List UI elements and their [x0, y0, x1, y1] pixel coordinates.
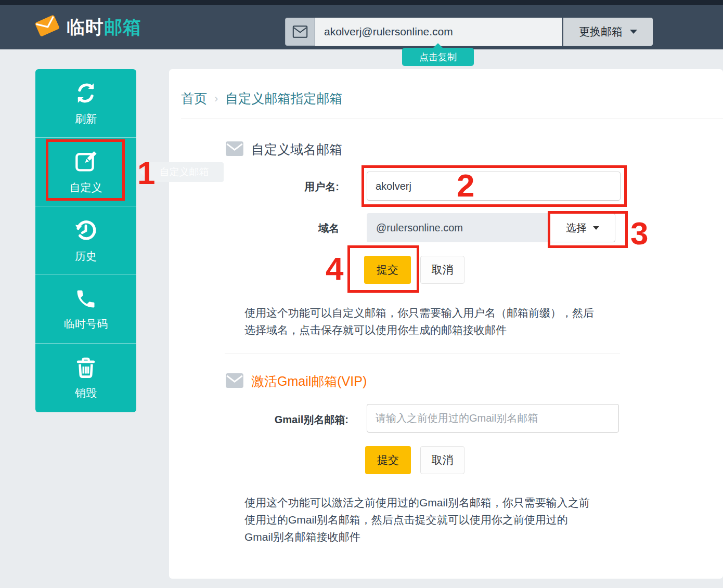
sidebar-item-temp-number[interactable]: 临时号码	[35, 275, 136, 344]
custom-domain-section-header: 自定义域名邮箱	[225, 141, 342, 158]
content-card: 首页 › 自定义邮箱指定邮箱 自定义域名邮箱 用户名: 域名 @rulerson…	[169, 69, 723, 579]
app-header: 临时邮箱 更换邮箱	[0, 5, 723, 49]
sidebar-hover-tooltip: 自定义邮箱	[145, 162, 224, 182]
custom-section-description: 使用这个功能可以自定义邮箱，你只需要输入用户名（邮箱前缀），然后选择域名，点击保…	[244, 304, 598, 338]
gmail-section-description: 使用这个功能可以激活之前使用过的Gmail别名邮箱，你只需要输入之前使用过的Gm…	[244, 494, 594, 545]
domain-value-field: @rulersonline.com	[367, 213, 550, 242]
custom-cancel-button[interactable]: 取消	[420, 256, 464, 284]
sidebar-item-label: 刷新	[75, 112, 97, 126]
sidebar-item-destroy[interactable]: 销毁	[35, 344, 136, 412]
gmail-alias-input[interactable]	[367, 404, 619, 433]
copy-tooltip[interactable]: 点击复制	[402, 48, 474, 66]
section-divider	[225, 354, 620, 354]
sidebar-item-history[interactable]: 历史	[35, 206, 136, 275]
section-title: 自定义域名邮箱	[251, 141, 342, 158]
envelope-addon-icon	[285, 18, 315, 46]
domain-label: 域名	[252, 221, 339, 236]
envelope-icon	[225, 141, 244, 158]
sidebar-item-refresh[interactable]: 刷新	[35, 69, 136, 138]
breadcrumb-current: 自定义邮箱指定邮箱	[225, 90, 342, 107]
custom-submit-button[interactable]: 提交	[364, 256, 411, 284]
gmail-alias-label: Gmail别名邮箱:	[247, 413, 348, 427]
breadcrumb-divider	[181, 119, 723, 119]
phone-icon	[74, 288, 97, 310]
envelope-icon	[225, 373, 244, 390]
caret-down-icon	[630, 30, 637, 34]
change-mailbox-button[interactable]: 更换邮箱	[563, 18, 653, 46]
sidebar-item-label: 临时号码	[64, 317, 108, 331]
gmail-submit-button[interactable]: 提交	[365, 446, 411, 474]
current-email-input[interactable]	[315, 18, 562, 46]
breadcrumb-separator: ›	[214, 92, 218, 106]
trash-icon	[74, 356, 98, 380]
gmail-section-header: 激活Gmail邮箱(VIP)	[225, 373, 367, 390]
logo-text: 临时邮箱	[67, 15, 141, 40]
section-title: 激活Gmail邮箱(VIP)	[251, 373, 367, 390]
email-bar: 更换邮箱	[285, 18, 653, 46]
domain-select-button[interactable]: 选择	[550, 213, 615, 242]
sidebar-item-label: 自定义	[70, 180, 102, 195]
gmail-cancel-button[interactable]: 取消	[420, 446, 464, 474]
caret-down-icon	[593, 226, 599, 230]
sidebar: 刷新 自定义 历史 临时号	[35, 69, 136, 412]
breadcrumb-home-link[interactable]: 首页	[181, 90, 207, 107]
sidebar-item-label: 销毁	[75, 386, 97, 400]
sidebar-item-label: 历史	[75, 249, 97, 264]
username-label: 用户名:	[252, 180, 339, 194]
breadcrumb: 首页 › 自定义邮箱指定邮箱	[181, 90, 342, 107]
top-strip	[0, 0, 723, 5]
logo-envelope-icon	[33, 12, 61, 42]
change-mailbox-label: 更换邮箱	[579, 24, 623, 39]
edit-icon	[73, 149, 98, 174]
history-icon	[73, 218, 98, 243]
domain-select-label: 选择	[566, 221, 587, 235]
refresh-icon	[73, 81, 98, 106]
username-input[interactable]	[367, 172, 621, 201]
app-logo[interactable]: 临时邮箱	[33, 12, 141, 42]
sidebar-item-customize[interactable]: 自定义	[35, 138, 136, 206]
